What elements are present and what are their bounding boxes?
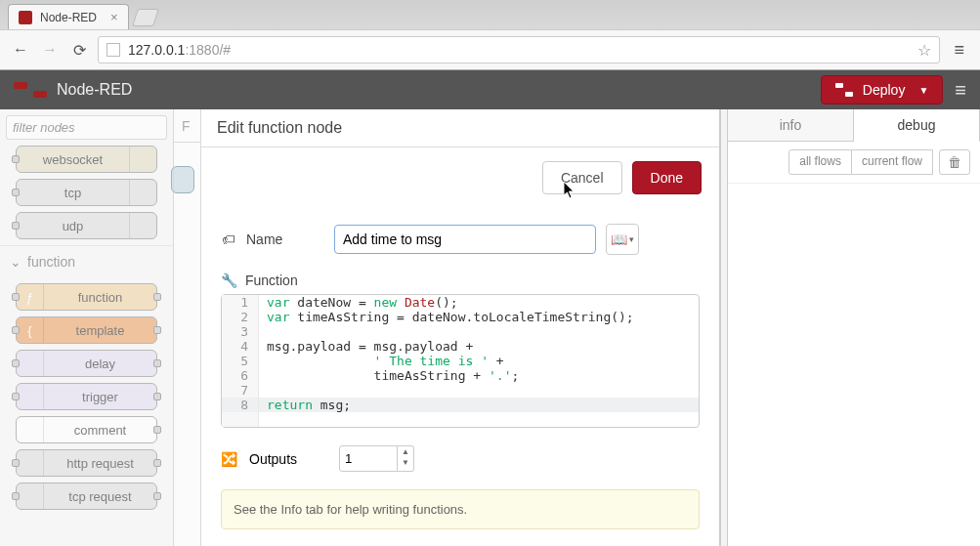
outputs-label: Outputs	[249, 451, 327, 467]
function-icon: ƒ	[17, 284, 44, 310]
canvas-node-stub[interactable]	[171, 166, 194, 193]
step-down-icon[interactable]: ▼	[398, 457, 413, 468]
deploy-button[interactable]: Deploy ▼	[821, 75, 944, 105]
cancel-button[interactable]: Cancel	[542, 161, 622, 194]
nodered-logo-icon	[14, 81, 47, 99]
palette-node-trigger[interactable]: trigger	[16, 383, 157, 410]
flow-canvas[interactable]: F	[174, 109, 201, 546]
code-line[interactable]: 4msg.payload = msg.payload +	[222, 339, 699, 354]
outputs-spinner[interactable]: ▲▼	[339, 445, 427, 472]
caret-down-icon: ▾	[629, 234, 634, 244]
name-input[interactable]	[334, 225, 596, 254]
url-host: 127.0.0.1	[128, 42, 185, 58]
bookmark-dropdown-button[interactable]: 📖 ▾	[606, 224, 639, 255]
websocket-icon	[129, 147, 156, 172]
browser-tab-strip: Node-RED ×	[0, 0, 980, 29]
palette-node-template[interactable]: {template	[16, 316, 157, 344]
clock-icon	[17, 351, 44, 376]
code-line[interactable]: 6 timeAsString + '.';	[222, 368, 699, 383]
template-icon: {	[17, 317, 44, 343]
chevron-down-icon: ⌄	[10, 254, 21, 270]
deploy-icon	[835, 83, 853, 97]
close-icon[interactable]: ×	[110, 10, 118, 24]
page-icon	[107, 43, 120, 57]
hamburger-menu-icon[interactable]: ≡	[955, 79, 966, 102]
debug-filter-current[interactable]: current flow	[852, 149, 933, 175]
code-line[interactable]: 5 ' The time is ' +	[222, 354, 699, 368]
comment-icon	[17, 417, 44, 442]
caret-down-icon: ▼	[918, 85, 928, 96]
palette-node-http-request[interactable]: http request	[16, 449, 157, 477]
url-input[interactable]: 127.0.0.1:1880/# ☆	[98, 36, 940, 63]
globe-icon	[17, 450, 44, 476]
code-editor[interactable]: 1var dateNow = new Date();2var timeAsStr…	[221, 294, 700, 428]
tab-title: Node-RED	[40, 11, 97, 24]
edit-function-panel: Edit function node Cancel Done 🏷 Name 📖 …	[201, 109, 720, 546]
book-icon: 📖	[611, 231, 627, 247]
code-line[interactable]: 7	[222, 383, 699, 398]
chrome-menu-icon[interactable]: ≡	[948, 40, 970, 61]
function-label: Function	[245, 273, 298, 288]
code-line[interactable]: 1var dateNow = new Date();	[222, 295, 699, 310]
palette-node-delay[interactable]: delay	[16, 350, 157, 377]
code-line[interactable]: 2var timeAsString = dateNow.toLocaleTime…	[222, 310, 699, 324]
forward-button[interactable]: →	[39, 39, 61, 61]
reload-button[interactable]: ⟳	[68, 39, 90, 61]
done-button[interactable]: Done	[632, 161, 702, 194]
name-label: Name	[246, 231, 324, 247]
arrow-icon	[17, 483, 44, 509]
trigger-icon	[17, 384, 44, 409]
edit-panel-title: Edit function node	[201, 109, 719, 147]
palette-node-udp[interactable]: udp	[16, 212, 157, 239]
flow-tab[interactable]: F	[174, 109, 200, 143]
favicon-icon	[19, 11, 32, 24]
sidebar-resizer[interactable]	[720, 109, 728, 546]
sidebar-tab-info[interactable]: info	[728, 109, 854, 141]
palette-node-function[interactable]: ƒfunction	[16, 283, 157, 311]
palette: websocket tcp udp ⌄function ƒfunction {t…	[0, 109, 174, 546]
palette-filter-input[interactable]	[6, 115, 167, 140]
app-title: Node-RED	[57, 81, 132, 99]
arrow-icon	[129, 180, 156, 205]
tag-icon: 🏷	[221, 231, 236, 247]
palette-node-websocket[interactable]: websocket	[16, 146, 157, 173]
palette-node-tcp-request[interactable]: tcp request	[16, 483, 157, 510]
app-header: Node-RED Deploy ▼ ≡	[0, 70, 980, 109]
address-bar: ← → ⟳ 127.0.0.1:1880/# ☆ ≡	[0, 29, 980, 69]
palette-node-comment[interactable]: comment	[16, 416, 157, 443]
bookmark-star-icon[interactable]: ☆	[917, 41, 931, 60]
wrench-icon: 🔧	[221, 273, 237, 288]
url-path: :1880/#	[185, 42, 231, 58]
deploy-label: Deploy	[863, 82, 906, 98]
trash-icon[interactable]: 🗑	[939, 149, 970, 175]
outputs-input[interactable]	[339, 445, 398, 472]
sidebar-tab-debug[interactable]: debug	[854, 109, 980, 142]
debug-filter-all[interactable]: all flows	[788, 149, 852, 175]
new-tab-button[interactable]	[132, 9, 159, 26]
browser-tab[interactable]: Node-RED ×	[8, 4, 129, 29]
code-line[interactable]: 8return msg;	[222, 398, 699, 412]
arrow-icon	[129, 213, 156, 238]
palette-node-tcp[interactable]: tcp	[16, 179, 157, 206]
shuffle-icon: 🔀	[221, 451, 237, 467]
step-up-icon[interactable]: ▲	[398, 446, 413, 457]
palette-category-function[interactable]: ⌄function	[0, 245, 173, 277]
sidebar: info debug all flows current flow 🗑	[728, 109, 980, 546]
back-button[interactable]: ←	[10, 39, 31, 61]
info-hint: See the Info tab for help writing functi…	[221, 489, 700, 529]
code-line[interactable]: 3	[222, 324, 699, 339]
